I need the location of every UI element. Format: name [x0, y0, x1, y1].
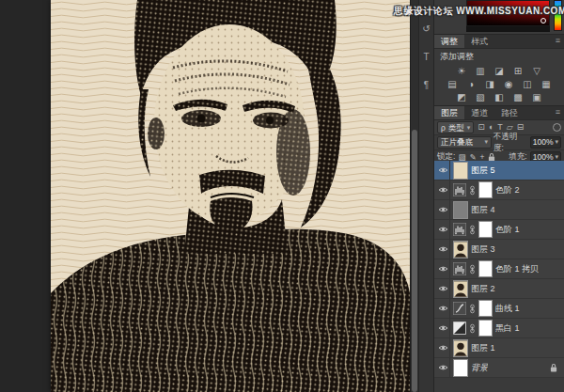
color-lookup-icon[interactable]: ▦ [540, 78, 554, 90]
vertical-scrollbar-thumb[interactable] [412, 130, 417, 392]
layer-row-background[interactable]: 背景 [434, 358, 564, 378]
blend-row: 正片叠底 ▾ 不透明度: 100% ▾ [434, 135, 564, 150]
layer-row-tu-ceng-4[interactable]: 图层 4 [434, 200, 564, 220]
tab-layers[interactable]: 图层 [434, 106, 464, 119]
brightness-contrast-icon[interactable]: ☀ [455, 65, 469, 77]
layer-name: 背景 [471, 362, 488, 374]
opacity-label: 不透明度: [494, 132, 527, 154]
visibility-eye-icon[interactable] [436, 319, 450, 337]
layer-thumbnail[interactable] [453, 201, 468, 219]
curves-icon[interactable]: ◪ [493, 65, 507, 77]
channel-mixer-icon[interactable]: ◫ [521, 78, 535, 90]
layer-mask-thumbnail[interactable] [478, 221, 493, 238]
visibility-eye-icon[interactable] [436, 240, 450, 259]
adjustments-tab-bar: 调整 样式 ≡ [434, 35, 564, 49]
collapsed-panel-dock: ↺ T ¶ [418, 0, 433, 392]
adjustment-icons-row-3: ◩ ▧ ◧ ▩ ▣ [434, 91, 564, 103]
layer-name: 图层 3 [471, 243, 495, 256]
gradient-map-icon[interactable]: ▩ [511, 91, 525, 103]
filter-toggle[interactable] [553, 123, 561, 132]
layer-name: 黑白 1 [495, 322, 520, 335]
curves-adjustment-icon[interactable] [453, 302, 466, 315]
color-balance-icon[interactable]: ◑ [464, 78, 478, 90]
layer-name: 曲线 1 [495, 303, 520, 315]
filter-kind-label: 类型 [448, 123, 464, 133]
visibility-eye-icon[interactable] [436, 180, 450, 199]
layer-mask-thumbnail[interactable] [478, 320, 493, 337]
color-ramp[interactable] [466, 26, 550, 32]
opacity-input[interactable]: 100% ▾ [530, 136, 561, 149]
layer-row-se-jie-2[interactable]: 色阶 2 [434, 180, 564, 200]
watermark-site-name: 思缘设计论坛 [394, 6, 453, 16]
mask-link-chain-icon[interactable] [469, 185, 476, 196]
filter-kind-dropdown[interactable]: ρ 类型 ▾ [437, 121, 474, 133]
layer-mask-thumbnail[interactable] [478, 300, 493, 317]
layer-row-qu-xian-1[interactable]: 曲线 1 [434, 299, 564, 319]
layer-row-hei-bai-1[interactable]: 黑白 1 [434, 319, 564, 338]
layers-panel: 图层 通道 路径 ≡ ρ 类型 ▾ ⊡ ◐ T ▱ ⊟ 正片 [434, 105, 564, 392]
layer-mask-thumbnail[interactable] [478, 181, 493, 198]
hue-saturation-icon[interactable]: ▤ [446, 78, 460, 90]
tab-channels[interactable]: 通道 [464, 106, 494, 119]
black-white-adjustment-icon[interactable] [453, 321, 466, 335]
selective-color-icon[interactable]: ▣ [530, 91, 544, 103]
layer-thumbnail[interactable] [453, 241, 468, 259]
invert-icon[interactable]: ◩ [455, 91, 469, 103]
visibility-eye-icon[interactable] [436, 338, 450, 357]
layer-name: 图层 2 [471, 283, 495, 295]
adjustments-panel: 调整 样式 ≡ 添加调整 ☀ ▥ ◪ ⊞ ▽ ▤ ◑ ◨ ◉ ◫ ▦ ◩ [434, 34, 564, 106]
paragraph-panel-icon[interactable]: ¶ [424, 81, 429, 90]
exposure-icon[interactable]: ⊞ [511, 65, 525, 77]
color-picker-dot [540, 18, 546, 24]
threshold-icon[interactable]: ◧ [493, 91, 507, 103]
layer-row-tu-ceng-2[interactable]: 图层 2 [434, 279, 564, 299]
visibility-eye-icon[interactable] [436, 161, 450, 180]
filter-pick-icon: ρ [441, 123, 446, 133]
levels-adjustment-icon[interactable] [453, 183, 466, 196]
levels-adjustment-icon[interactable] [453, 262, 466, 275]
layer-row-tu-ceng-1[interactable]: 图层 1 [434, 338, 564, 358]
panel-menu-icon[interactable]: ≡ [552, 106, 564, 119]
vibrance-icon[interactable]: ▽ [530, 65, 544, 77]
layer-thumbnail[interactable] [453, 162, 468, 180]
adjustment-icons-row-1: ☀ ▥ ◪ ⊞ ▽ [434, 65, 564, 77]
visibility-eye-icon[interactable] [436, 299, 450, 318]
photoshop-window: 思缘设计论坛 WWW.MISSYUAN.COM ↺ T ¶ 调整 样式 ≡ 添加… [0, 0, 564, 392]
visibility-eye-icon[interactable] [436, 200, 450, 219]
visibility-eye-icon[interactable] [436, 259, 450, 278]
layer-row-se-jie-1[interactable]: 色阶 1 [434, 220, 564, 240]
history-panel-icon[interactable]: ↺ [422, 24, 430, 34]
panel-menu-icon[interactable]: ≡ [552, 35, 564, 48]
mask-link-chain-icon[interactable] [469, 323, 476, 334]
filter-pixel-layers-icon[interactable]: ⊡ [478, 122, 485, 133]
tab-adjustments[interactable]: 调整 [434, 35, 464, 48]
mask-link-chain-icon[interactable] [469, 264, 476, 274]
photo-filter-icon[interactable]: ◉ [502, 78, 516, 90]
black-white-icon[interactable]: ◨ [483, 78, 497, 90]
layer-thumbnail[interactable] [453, 359, 468, 377]
layer-thumbnail[interactable] [453, 339, 468, 357]
layer-row-se-jie-1-copy[interactable]: 色阶 1 拷贝 [434, 259, 564, 279]
character-panel-icon[interactable]: T [423, 53, 429, 62]
layer-mask-thumbnail[interactable] [478, 260, 493, 277]
levels-icon[interactable]: ▥ [474, 65, 488, 77]
posterize-icon[interactable]: ▧ [474, 91, 488, 103]
visibility-eye-icon[interactable] [436, 220, 450, 239]
layer-list: 图层 5 色阶 2 图层 4 [434, 161, 564, 378]
layer-name: 色阶 1 [495, 224, 520, 236]
mask-link-chain-icon[interactable] [469, 225, 476, 235]
layer-thumbnail[interactable] [453, 280, 468, 298]
blend-mode-value: 正片叠底 [441, 137, 473, 148]
mask-link-chain-icon[interactable] [469, 304, 476, 314]
tab-styles[interactable]: 样式 [464, 35, 494, 48]
levels-adjustment-icon[interactable] [453, 223, 466, 236]
visibility-eye-icon[interactable] [436, 358, 450, 377]
visibility-eye-icon[interactable] [436, 279, 450, 298]
layer-row-tu-ceng-3[interactable]: 图层 3 [434, 240, 564, 259]
engraved-portrait-image [51, 0, 410, 392]
document-canvas[interactable] [51, 0, 410, 392]
blend-mode-select[interactable]: 正片叠底 ▾ [437, 136, 492, 149]
vertical-scrollbar[interactable] [410, 0, 418, 392]
layer-row-tu-ceng-5[interactable]: 图层 5 [434, 161, 564, 180]
tab-paths[interactable]: 路径 [494, 106, 525, 119]
